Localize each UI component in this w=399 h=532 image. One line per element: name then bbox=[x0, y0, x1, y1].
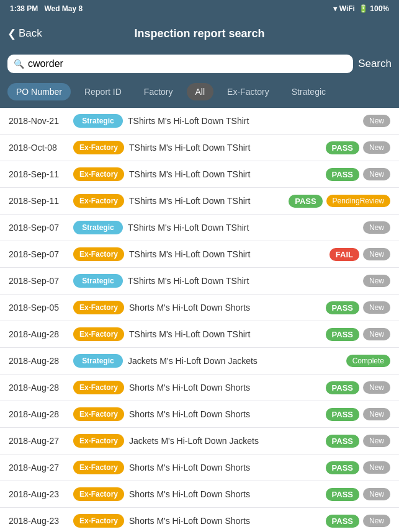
list-item[interactable]: 2018-Sep-11 Ex-Factory TShirts M's Hi-Lo… bbox=[0, 161, 399, 188]
date-cell: 2018-Aug-27 bbox=[9, 463, 68, 472]
result-badge: PASS bbox=[326, 381, 359, 394]
description-cell: TShirts M's Hi-Loft Down TShirt bbox=[128, 116, 358, 126]
type-badge: Strategic bbox=[73, 114, 123, 128]
status-badges: New bbox=[363, 221, 390, 234]
state-badge: New bbox=[363, 248, 390, 260]
result-badge: PASS bbox=[326, 141, 359, 154]
result-badge: PASS bbox=[326, 435, 359, 448]
list-item[interactable]: 2018-Sep-11 Ex-Factory TShirts M's Hi-Lo… bbox=[0, 188, 399, 215]
status-badges: New bbox=[363, 115, 390, 127]
results-list: 2018-Nov-21 Strategic TShirts M's Hi-Lof… bbox=[0, 108, 399, 532]
state-badge: New bbox=[363, 168, 390, 180]
date-cell: 2018-Aug-28 bbox=[9, 409, 68, 419]
list-item[interactable]: 2018-Oct-08 Ex-Factory TShirts M's Hi-Lo… bbox=[0, 135, 399, 161]
filter-tabs: PO Number Report ID Factory All Ex-Facto… bbox=[0, 78, 399, 108]
status-badges: Complete bbox=[346, 355, 390, 367]
state-badge: New bbox=[363, 515, 390, 527]
status-badges: PASS New bbox=[326, 328, 390, 341]
type-badge: Ex-Factory bbox=[73, 301, 124, 314]
type-badge: Strategic bbox=[73, 274, 123, 288]
search-button[interactable]: Search bbox=[358, 58, 392, 70]
state-badge: Complete bbox=[346, 355, 390, 367]
state-badge: New bbox=[363, 461, 390, 474]
date-cell: 2018-Sep-07 bbox=[9, 223, 68, 233]
list-item[interactable]: 2018-Aug-23 Ex-Factory Shorts M's Hi-Lof… bbox=[0, 508, 399, 532]
status-badges: New bbox=[363, 275, 390, 287]
list-item[interactable]: 2018-Aug-27 Ex-Factory Shorts M's Hi-Lof… bbox=[0, 454, 399, 481]
date-cell: 2018-Aug-27 bbox=[9, 436, 68, 446]
type-badge: Ex-Factory bbox=[73, 461, 124, 474]
status-badges: PASS PendingReview bbox=[289, 195, 390, 208]
list-item[interactable]: 2018-Nov-21 Strategic TShirts M's Hi-Lof… bbox=[0, 108, 399, 135]
type-badge: Ex-Factory bbox=[73, 247, 124, 261]
tab-ex-factory[interactable]: Ex-Factory bbox=[218, 83, 278, 100]
search-icon: 🔍 bbox=[14, 59, 24, 69]
status-badges: PASS New bbox=[326, 168, 390, 181]
date-cell: 2018-Sep-07 bbox=[9, 276, 68, 286]
tab-strategic[interactable]: Strategic bbox=[283, 83, 334, 100]
list-item[interactable]: 2018-Sep-07 Strategic TShirts M's Hi-Lof… bbox=[0, 268, 399, 295]
result-badge: PASS bbox=[326, 461, 359, 474]
status-badges: PASS New bbox=[326, 435, 390, 448]
description-cell: TShirts M's Hi-Loft Down TShirt bbox=[129, 196, 284, 206]
date-cell: 2018-Sep-05 bbox=[9, 303, 68, 313]
search-bar-row: 🔍 Search bbox=[0, 50, 399, 78]
description-cell: Shorts M's Hi-Loft Down Shorts bbox=[129, 383, 321, 392]
tab-factory[interactable]: Factory bbox=[135, 83, 182, 100]
list-item[interactable]: 2018-Sep-07 Strategic TShirts M's Hi-Lof… bbox=[0, 215, 399, 241]
state-badge: New bbox=[363, 221, 390, 234]
result-badge: FAIL bbox=[330, 248, 359, 261]
description-cell: Shorts M's Hi-Loft Down Shorts bbox=[129, 489, 321, 499]
list-item[interactable]: 2018-Aug-23 Ex-Factory Shorts M's Hi-Lof… bbox=[0, 481, 399, 508]
description-cell: TShirts M's Hi-Loft Down TShirt bbox=[129, 143, 321, 153]
type-badge: Ex-Factory bbox=[73, 327, 124, 341]
description-cell: TShirts M's Hi-Loft Down TShirt bbox=[129, 169, 321, 179]
result-badge: PASS bbox=[326, 488, 359, 501]
status-badges: PASS New bbox=[326, 301, 390, 314]
type-badge: Ex-Factory bbox=[73, 141, 124, 154]
type-badge: Ex-Factory bbox=[73, 381, 124, 394]
state-badge: New bbox=[363, 381, 390, 394]
battery-icon: 🔋 100% bbox=[359, 4, 389, 13]
result-badge: PASS bbox=[289, 195, 322, 208]
status-bar: 1:38 PM Wed May 8 ▾ WiFi 🔋 100% bbox=[0, 0, 399, 17]
status-badges: FAIL New bbox=[330, 248, 390, 261]
nav-bar: ❮ Back Inspection report search bbox=[0, 17, 399, 50]
back-button[interactable]: ❮ Back bbox=[7, 27, 42, 40]
tab-all[interactable]: All bbox=[187, 83, 214, 100]
description-cell: Jackets M's Hi-Loft Down Jackets bbox=[129, 436, 321, 446]
description-cell: Shorts M's Hi-Loft Down Shorts bbox=[129, 516, 321, 526]
date-cell: 2018-Aug-28 bbox=[9, 383, 68, 392]
type-badge: Strategic bbox=[73, 221, 123, 234]
list-item[interactable]: 2018-Aug-28 Ex-Factory Shorts M's Hi-Lof… bbox=[0, 401, 399, 428]
chevron-left-icon: ❮ bbox=[7, 27, 16, 40]
status-badges: PASS New bbox=[326, 381, 390, 394]
back-label: Back bbox=[19, 27, 42, 40]
description-cell: TShirts M's Hi-Loft Down TShirt bbox=[129, 249, 325, 259]
tab-po-number[interactable]: PO Number bbox=[7, 83, 71, 100]
wifi-icon: ▾ WiFi bbox=[333, 4, 355, 13]
list-item[interactable]: 2018-Sep-07 Ex-Factory TShirts M's Hi-Lo… bbox=[0, 241, 399, 268]
page-title: Inspection report search bbox=[134, 27, 264, 40]
date-cell: 2018-Aug-28 bbox=[9, 356, 68, 366]
result-badge: PASS bbox=[326, 515, 359, 528]
type-badge: Strategic bbox=[73, 354, 123, 368]
state-badge: New bbox=[363, 275, 390, 287]
description-cell: Jackets M's Hi-Loft Down Jackets bbox=[128, 356, 341, 366]
state-badge: New bbox=[363, 141, 390, 154]
list-item[interactable]: 2018-Aug-27 Ex-Factory Jackets M's Hi-Lo… bbox=[0, 428, 399, 454]
list-item[interactable]: 2018-Aug-28 Ex-Factory TShirts M's Hi-Lo… bbox=[0, 321, 399, 348]
date-cell: 2018-Nov-21 bbox=[9, 116, 68, 126]
date-cell: 2018-Sep-11 bbox=[9, 169, 68, 179]
search-input[interactable] bbox=[28, 58, 347, 69]
date-cell: 2018-Aug-28 bbox=[9, 329, 68, 339]
state-badge: New bbox=[363, 115, 390, 127]
list-item[interactable]: 2018-Aug-28 Strategic Jackets M's Hi-Lof… bbox=[0, 348, 399, 375]
tab-report-id[interactable]: Report ID bbox=[76, 83, 130, 100]
description-cell: TShirts M's Hi-Loft Down TShirt bbox=[128, 223, 358, 233]
list-item[interactable]: 2018-Sep-05 Ex-Factory Shorts M's Hi-Lof… bbox=[0, 295, 399, 321]
state-badge: New bbox=[363, 435, 390, 447]
list-item[interactable]: 2018-Aug-28 Ex-Factory Shorts M's Hi-Lof… bbox=[0, 375, 399, 401]
description-cell: Shorts M's Hi-Loft Down Shorts bbox=[129, 463, 321, 472]
status-indicators: ▾ WiFi 🔋 100% bbox=[333, 4, 389, 13]
